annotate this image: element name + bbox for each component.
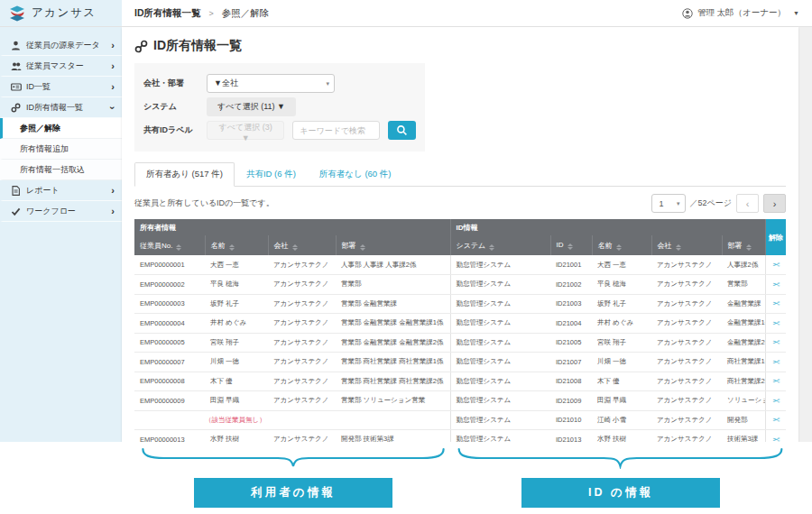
logo-icon bbox=[8, 5, 26, 22]
main-content: ID所有情報一覧 会社・部署 ▼全社 ▾ システム すべて選択 (11) ▼ 共… bbox=[122, 27, 798, 442]
sort-icon[interactable] bbox=[489, 244, 494, 251]
sidebar-item[interactable]: レポート› bbox=[0, 180, 122, 201]
sort-icon[interactable] bbox=[567, 243, 573, 250]
search-button[interactable] bbox=[388, 121, 416, 140]
keyword-search-input[interactable] bbox=[292, 121, 380, 140]
sort-icon[interactable] bbox=[360, 244, 365, 251]
system-cell: 勤怠管理システム bbox=[450, 275, 550, 295]
remove-cell: ✂ bbox=[765, 410, 786, 430]
breadcrumb-section[interactable]: ID所有情報一覧 bbox=[134, 7, 201, 20]
column-header[interactable]: 会社 bbox=[651, 235, 722, 255]
prev-page-button[interactable]: ‹ bbox=[736, 194, 759, 213]
sidebar-menu: 従業員の源泉データ›従業員マスター›ID一覧›ID所有情報一覧›参照／解除所有情… bbox=[0, 27, 122, 442]
sidebar-item[interactable]: 従業員マスター› bbox=[0, 56, 122, 77]
remove-cell: ✂ bbox=[765, 372, 786, 391]
column-header[interactable]: ID bbox=[550, 235, 592, 255]
system-cell: 勤怠管理システム bbox=[450, 314, 550, 334]
sort-icon[interactable] bbox=[292, 244, 298, 251]
tab[interactable]: 所有者あり (517 件) bbox=[134, 162, 235, 187]
remove-cell: ✂ bbox=[765, 391, 786, 411]
id-name-cell: 田淵 早織 bbox=[592, 391, 651, 411]
system-filter-label: システム bbox=[143, 101, 207, 113]
id-name-cell: 平良 穂海 bbox=[592, 275, 651, 295]
column-header[interactable]: 従業員No. bbox=[134, 235, 205, 255]
owner-name-cell: 坂野 礼子 bbox=[205, 294, 268, 314]
owner-dept-cell: 人事部 人事課 人事課2係 bbox=[336, 255, 450, 275]
column-header-label: 名前 bbox=[598, 242, 613, 250]
tab[interactable]: 共有ID (6 件) bbox=[235, 162, 308, 187]
owner-name-cell: 平良 穂海 bbox=[205, 275, 268, 295]
sort-icon[interactable] bbox=[676, 244, 681, 251]
id-ownership-table: 所有者情報 ID情報 解除 従業員No.名前会社部署システムID名前会社部署 E… bbox=[134, 219, 786, 450]
user-name: 管理 太郎（オーナー） bbox=[697, 7, 786, 19]
chevron-down-icon: › bbox=[108, 106, 118, 109]
sidebar-item[interactable]: 所有情報追加 bbox=[0, 139, 122, 160]
system-select-button[interactable]: すべて選択 (11) ▼ bbox=[207, 97, 296, 116]
sidebar-item[interactable]: ID所有情報一覧› bbox=[0, 97, 122, 118]
sort-icon[interactable] bbox=[229, 244, 235, 251]
owner-name-cell: 宮咲 翔子 bbox=[205, 333, 268, 353]
user-menu[interactable]: 管理 太郎（オーナー） ▼ bbox=[682, 0, 812, 26]
scissors-icon[interactable]: ✂ bbox=[772, 298, 780, 308]
owner-company-cell: アカンサステクノ bbox=[268, 294, 336, 314]
sidebar-item[interactable]: 参照／解除 bbox=[0, 118, 122, 139]
app-logo[interactable]: アカンサス bbox=[0, 0, 122, 26]
system-cell: 勤怠管理システム bbox=[450, 353, 550, 372]
sidebar-item[interactable]: ID一覧› bbox=[0, 77, 122, 97]
link-icon bbox=[134, 40, 148, 53]
owner-dept-cell: 営業部 ソリューション営業 bbox=[336, 391, 450, 411]
annotation-area: 利用者の情報 ID の情報 bbox=[0, 442, 812, 514]
column-header[interactable]: 会社 bbox=[268, 235, 336, 255]
column-header[interactable]: 部署 bbox=[722, 235, 765, 255]
sidebar-item-label: 従業員の源泉データ bbox=[26, 40, 100, 51]
remove-cell: ✂ bbox=[765, 314, 786, 334]
column-header-label: ID bbox=[557, 241, 564, 249]
users-icon bbox=[11, 61, 23, 71]
id-name-cell: 大西 一恵 bbox=[592, 255, 651, 275]
company-select-value: ▼全社 bbox=[214, 78, 238, 89]
list-header-row: 従業員と所有しているIDの一覧です。 1 ▾ ／52ページ ‹ › bbox=[134, 194, 786, 213]
scissors-icon[interactable]: ✂ bbox=[772, 318, 780, 328]
sidebar-item-label: ID所有情報一覧 bbox=[26, 102, 83, 114]
emp-no-cell: EMP00000003 bbox=[134, 294, 205, 314]
company-select[interactable]: ▼全社 ▾ bbox=[207, 74, 335, 93]
column-header[interactable]: 名前 bbox=[592, 235, 651, 255]
sidebar-item[interactable]: 従業員の源泉データ› bbox=[0, 35, 122, 56]
id-company-cell: アカンサステクノ bbox=[651, 410, 722, 430]
emp-no-cell: EMP00000002 bbox=[134, 275, 205, 295]
chevron-left-icon: ‹ bbox=[746, 198, 750, 209]
id-cell: ID21002 bbox=[550, 275, 592, 295]
column-header[interactable]: システム bbox=[450, 235, 550, 255]
tab[interactable]: 所有者なし (60 件) bbox=[308, 162, 403, 187]
shared-id-select-button[interactable]: すべて選択 (3) ▼ bbox=[207, 121, 284, 140]
scissors-icon[interactable]: ✂ bbox=[772, 357, 780, 367]
column-header[interactable]: 部署 bbox=[336, 235, 450, 255]
logo-text: アカンサス bbox=[32, 5, 96, 21]
user-avatar-icon bbox=[682, 8, 693, 19]
scissors-icon[interactable]: ✂ bbox=[772, 260, 780, 270]
sort-icon[interactable] bbox=[176, 244, 181, 251]
breadcrumb: ID所有情報一覧 > 参照／解除 bbox=[122, 0, 281, 26]
sort-icon[interactable] bbox=[746, 244, 752, 251]
scissors-icon[interactable]: ✂ bbox=[772, 396, 780, 406]
scissors-icon[interactable]: ✂ bbox=[772, 280, 780, 289]
chevron-right-icon: › bbox=[111, 82, 115, 92]
next-page-button[interactable]: › bbox=[763, 194, 786, 213]
chevron-right-icon: › bbox=[773, 198, 777, 209]
scissors-icon[interactable]: ✂ bbox=[772, 415, 780, 425]
sidebar-item[interactable]: 所有情報一括取込 bbox=[0, 160, 122, 180]
table-body: EMP00000001大西 一恵アカンサステクノ人事部 人事課 人事課2係勤怠管… bbox=[134, 255, 786, 449]
sidebar-item[interactable]: ワークフロー› bbox=[0, 201, 122, 222]
remove-column-header: 解除 bbox=[765, 219, 786, 255]
page-select[interactable]: 1 ▾ bbox=[651, 194, 686, 213]
scissors-icon[interactable]: ✂ bbox=[772, 376, 780, 386]
sidebar-item-label: ID一覧 bbox=[26, 81, 51, 93]
owner-dept-cell: 営業部 商社営業課 商社営業課1係 bbox=[336, 353, 450, 372]
emp-no-cell: EMP00000008 bbox=[134, 372, 205, 391]
column-header[interactable]: 名前 bbox=[205, 235, 268, 255]
owner-info-label: 利用者の情報 bbox=[194, 478, 392, 508]
table-row: EMP00000005宮咲 翔子アカンサステクノ営業部 金融営業課 金融営業課2… bbox=[134, 333, 786, 353]
sort-icon[interactable] bbox=[616, 244, 622, 251]
id-name-cell: 木下 優 bbox=[592, 372, 651, 391]
scissors-icon[interactable]: ✂ bbox=[772, 337, 780, 347]
